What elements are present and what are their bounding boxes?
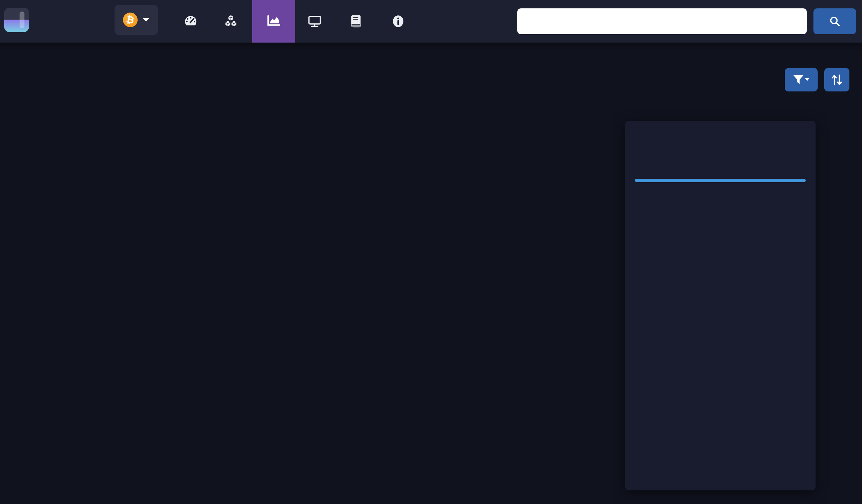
tooltip-progress-bar [635, 179, 806, 182]
chevron-down-icon [143, 18, 149, 22]
sort-arrows-icon [830, 73, 844, 87]
docs-book-icon[interactable] [348, 13, 364, 29]
area-chart-icon[interactable] [265, 13, 282, 29]
sort-toggle-button[interactable] [824, 68, 849, 91]
tooltip-footer [635, 165, 806, 175]
network-selector-dropdown[interactable]: ₿ [115, 5, 158, 35]
mempool-stacked-area-chart[interactable] [54, 119, 159, 171]
chart-tooltip [625, 121, 816, 490]
search-input[interactable] [517, 8, 807, 34]
mempool-space-page: ₿ [0, 0, 862, 504]
tooltip-column-headers [635, 151, 806, 162]
search-icon [828, 15, 841, 28]
chart-controls [778, 68, 849, 91]
tooltip-total [804, 128, 806, 140]
info-icon[interactable] [390, 13, 406, 29]
bitcoin-icon: ₿ [122, 11, 139, 29]
navbar: ₿ [0, 0, 862, 43]
mempool-logo[interactable] [4, 8, 29, 32]
tv-icon[interactable] [307, 13, 323, 29]
dashboard-gauge-icon[interactable] [183, 13, 199, 29]
filter-dropdown-button[interactable] [785, 68, 818, 91]
search-button[interactable] [813, 8, 856, 34]
tooltip-header [635, 128, 806, 144]
mining-cubes-icon[interactable] [223, 13, 239, 29]
funnel-icon [793, 75, 810, 85]
logo-stripe [20, 12, 24, 28]
